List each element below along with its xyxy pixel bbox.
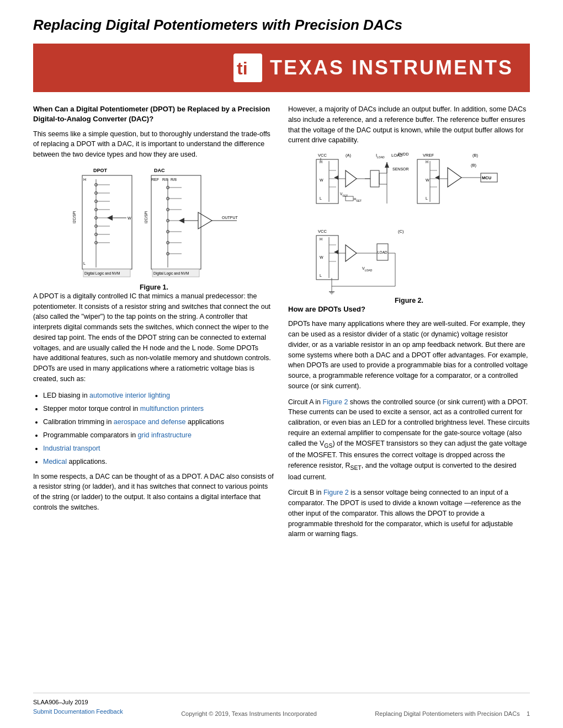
svg-marker-71 bbox=[334, 175, 338, 180]
svg-text:R/8: R/8 bbox=[171, 178, 177, 181]
svg-marker-115 bbox=[334, 250, 338, 254]
svg-text:PVDD: PVDD bbox=[398, 152, 408, 156]
svg-text:DAC: DAC bbox=[154, 168, 165, 173]
svg-text:VSET: VSET bbox=[340, 192, 348, 197]
link-automotive[interactable]: automotive interior lighting bbox=[89, 392, 170, 399]
svg-text:W: W bbox=[320, 178, 323, 182]
footer-title: Replacing Digital Potentiometers with Pr… bbox=[375, 710, 519, 717]
bullet-comparators: Programmable comparators in grid infrast… bbox=[43, 430, 275, 441]
ti-logo-area: ti TEXAS INSTRUMENTS bbox=[233, 53, 513, 82]
svg-text:(C): (C) bbox=[398, 229, 404, 234]
page: Replacing Digital Potentiometers with Pr… bbox=[0, 0, 563, 728]
svg-text:(B): (B) bbox=[472, 153, 479, 158]
figure2-wrap: VCC (A) ILOAD LOAD PVDD DPOT H W L bbox=[288, 151, 530, 304]
svg-text:(B): (B) bbox=[471, 163, 477, 168]
ti-company-name: TEXAS INSTRUMENTS bbox=[270, 56, 513, 79]
figure1-wrap: DPOT DAC H L bbox=[33, 165, 275, 291]
svg-text:L: L bbox=[426, 196, 428, 200]
svg-text:ti: ti bbox=[237, 58, 248, 78]
svg-text:MCU: MCU bbox=[482, 175, 491, 180]
doc-number: SLAA906–July 2019 bbox=[33, 698, 123, 708]
svg-text:L: L bbox=[320, 274, 322, 277]
svg-rect-30 bbox=[151, 175, 201, 269]
copyright: Copyright © 2019, Texas Instruments Inco… bbox=[181, 710, 317, 717]
bullet-industrial: Industrial transport bbox=[43, 443, 275, 454]
feedback-link[interactable]: Submit Documentation Feedback bbox=[33, 708, 123, 715]
circuit-a-desc: Circuit A in Figure 2 shows the controll… bbox=[288, 397, 530, 483]
dac-intro: In some respects, a DAC can be thought o… bbox=[33, 472, 275, 513]
ti-banner: ti TEXAS INSTRUMENTS bbox=[33, 44, 530, 92]
link-aerospace[interactable]: aerospace and defense bbox=[114, 418, 186, 426]
right-intro: However, a majority of DACs include an o… bbox=[288, 104, 530, 146]
svg-text:Digital Logic and NVM: Digital Logic and NVM bbox=[84, 271, 120, 276]
svg-text:VCC: VCC bbox=[318, 229, 327, 234]
svg-marker-99 bbox=[448, 168, 461, 187]
svg-text:H: H bbox=[83, 178, 86, 181]
dpot-desc: A DPOT is a digitally controlled IC that… bbox=[33, 291, 275, 384]
svg-text:L: L bbox=[83, 261, 86, 265]
figure1-label: Figure 1. bbox=[140, 283, 168, 291]
footer-right: Replacing Digital Potentiometers with Pr… bbox=[375, 710, 530, 717]
left-intro: This seems like a simple question, but t… bbox=[33, 129, 275, 160]
svg-text:ILOAD: ILOAD bbox=[376, 153, 385, 159]
left-column: When Can a Digital Potentiometer (DPOT) … bbox=[33, 104, 275, 545]
svg-text:LOAD: LOAD bbox=[378, 250, 387, 254]
svg-marker-72 bbox=[346, 170, 357, 187]
footer-center: Copyright © 2019, Texas Instruments Inco… bbox=[123, 710, 375, 717]
svg-text:(A): (A) bbox=[346, 153, 352, 158]
svg-marker-48 bbox=[179, 218, 184, 223]
svg-text:W: W bbox=[426, 178, 429, 182]
svg-text:I2C/SPI: I2C/SPI bbox=[144, 211, 148, 223]
how-heading: How are DPOTs Used? bbox=[288, 304, 530, 314]
svg-text:H: H bbox=[320, 237, 322, 241]
figure1-svg: DPOT DAC H L bbox=[66, 165, 242, 281]
how-desc: DPOTs have many applications where they … bbox=[288, 319, 530, 391]
figure2-svg: VCC (A) ILOAD LOAD PVDD DPOT H W L bbox=[315, 151, 503, 295]
svg-text:OUTPUT: OUTPUT bbox=[222, 216, 238, 220]
left-heading: When Can a Digital Potentiometer (DPOT) … bbox=[33, 104, 275, 124]
link-medical[interactable]: Medical bbox=[43, 458, 67, 465]
link-figure2-a[interactable]: Figure 2 bbox=[323, 398, 348, 406]
svg-text:REF: REF bbox=[151, 178, 159, 181]
page-number: 1 bbox=[527, 710, 530, 717]
svg-text:VCC: VCC bbox=[318, 153, 327, 158]
right-column: However, a majority of DACs include an o… bbox=[288, 104, 530, 545]
svg-marker-116 bbox=[346, 245, 357, 261]
bullet-led: LED biasing in automotive interior light… bbox=[43, 390, 275, 401]
link-figure2-b[interactable]: Figure 2 bbox=[323, 489, 349, 496]
svg-text:H: H bbox=[426, 160, 428, 164]
svg-text:W: W bbox=[128, 216, 131, 220]
svg-text:SENSOR: SENSOR bbox=[392, 167, 409, 171]
circuit-b-desc: Circuit B in Figure 2 is a sensor voltag… bbox=[288, 488, 530, 539]
link-industrial[interactable]: Industrial transport bbox=[43, 445, 100, 452]
svg-text:R/8: R/8 bbox=[162, 178, 168, 181]
svg-marker-98 bbox=[435, 175, 439, 180]
svg-text:I2C/SPI: I2C/SPI bbox=[72, 211, 76, 223]
link-printers[interactable]: multifunction printers bbox=[140, 405, 204, 413]
link-grid[interactable]: grid infrastructure bbox=[138, 431, 192, 439]
footer-left: SLAA906–July 2019 Submit Documentation F… bbox=[33, 698, 123, 717]
ti-logo-icon: ti bbox=[233, 53, 262, 82]
figure2-label: Figure 2. bbox=[395, 297, 423, 304]
bullet-list: LED biasing in automotive interior light… bbox=[43, 390, 275, 467]
page-title: Replacing Digital Potentiometers with Pr… bbox=[33, 17, 530, 34]
svg-text:Digital Logic and NVM: Digital Logic and NVM bbox=[153, 271, 189, 276]
svg-text:DPOT: DPOT bbox=[93, 168, 108, 173]
svg-marker-24 bbox=[107, 215, 113, 221]
svg-text:VLOAD: VLOAD bbox=[362, 266, 373, 272]
svg-marker-50 bbox=[198, 212, 212, 229]
svg-text:VREF: VREF bbox=[423, 153, 434, 158]
svg-text:W: W bbox=[320, 255, 323, 259]
svg-marker-82 bbox=[385, 162, 389, 168]
svg-text:RSET: RSET bbox=[354, 197, 362, 202]
svg-rect-4 bbox=[82, 175, 132, 269]
bullet-medical: Medical applications. bbox=[43, 456, 275, 467]
bullet-calibration: Calibration trimming in aerospace and de… bbox=[43, 416, 275, 427]
bullet-stepper: Stepper motor torque control in multifun… bbox=[43, 403, 275, 414]
svg-text:L: L bbox=[320, 196, 322, 200]
footer: SLAA906–July 2019 Submit Documentation F… bbox=[33, 693, 530, 717]
svg-text:H: H bbox=[320, 160, 322, 164]
svg-rect-75 bbox=[370, 170, 379, 187]
main-content: When Can a Digital Potentiometer (DPOT) … bbox=[33, 104, 530, 545]
